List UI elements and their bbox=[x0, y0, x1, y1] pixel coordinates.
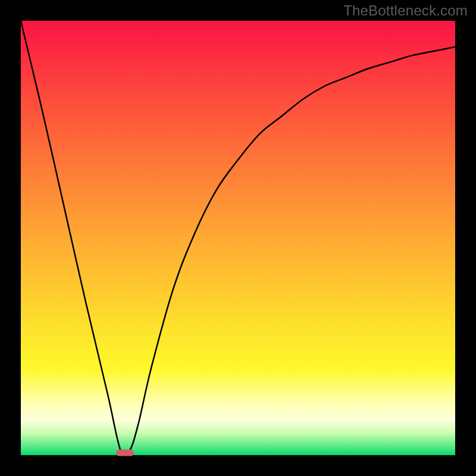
curve-svg bbox=[21, 21, 455, 455]
plot-area bbox=[21, 21, 455, 455]
watermark-text: TheBottleneck.com bbox=[343, 2, 468, 19]
chart-frame: TheBottleneck.com bbox=[0, 0, 476, 476]
curve-path bbox=[21, 21, 455, 455]
min-marker bbox=[116, 450, 134, 456]
